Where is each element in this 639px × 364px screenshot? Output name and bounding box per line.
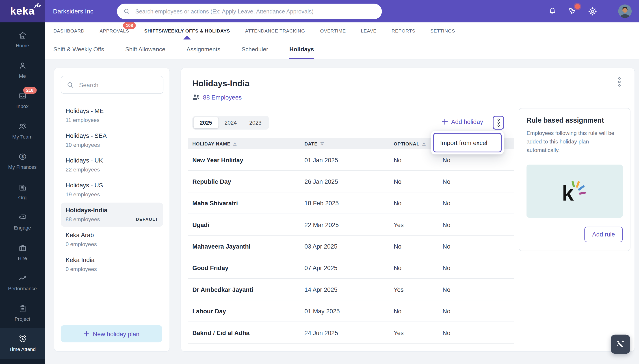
year-tab-2025[interactable]: 2025 — [194, 117, 218, 128]
user-avatar[interactable] — [618, 4, 632, 18]
nav-tab-leave[interactable]: LEAVE — [361, 28, 376, 33]
sort-asc-icon: △ — [422, 142, 426, 146]
assistant-fab[interactable] — [611, 335, 630, 354]
new-holiday-plan-button[interactable]: New holiday plan — [61, 325, 162, 342]
sidebar: Home Me 218 Inbox My Team $ My Financ — [0, 22, 45, 364]
whats-new-badge — [575, 4, 580, 9]
inbox-icon: 218 — [18, 92, 27, 101]
year-tab-2024[interactable]: 2024 — [218, 117, 243, 128]
sidebar-item-org[interactable]: Org — [0, 176, 45, 206]
subtab-shift-weekly-offs[interactable]: Shift & Weekly Offs — [53, 39, 104, 59]
sidebar-item-label: Me — [19, 73, 26, 79]
subtab-assignments[interactable]: Assignments — [186, 39, 220, 59]
user-icon — [18, 61, 27, 70]
sidebar-item-time-attend[interactable]: Time Attend — [0, 328, 45, 358]
sidebar-item-my-team[interactable]: My Team — [0, 116, 45, 146]
sidebar-item-hire[interactable]: Hire — [0, 237, 45, 267]
subtab-scheduler[interactable]: Scheduler — [242, 39, 268, 59]
plan-options-kebab-icon[interactable] — [618, 77, 621, 87]
company-name: Darksiders Inc — [53, 0, 93, 22]
nav-tab-dashboard[interactable]: DASHBOARD — [53, 28, 84, 33]
sidebar-item-label: Hire — [18, 256, 27, 261]
default-plan-badge: DEFAULT — [136, 217, 158, 222]
add-rule-button[interactable]: Add rule — [584, 226, 623, 242]
plans-search[interactable] — [61, 76, 164, 94]
sidebar-item-project[interactable]: Project — [0, 298, 45, 328]
add-holiday-button[interactable]: Add holiday — [442, 118, 483, 125]
subtab-holidays[interactable]: Holidays — [289, 39, 314, 59]
plan-item-holidays-me[interactable]: Holidays - ME 11 employees — [61, 103, 163, 127]
clipboard-icon — [18, 304, 27, 313]
keka-logo-sparks-icon — [34, 1, 41, 8]
plan-item-holidays-sea[interactable]: Holidays - SEA 10 employees — [61, 128, 163, 152]
search-icon — [123, 8, 130, 15]
sidebar-item-performance[interactable]: Performance — [0, 268, 45, 298]
global-search[interactable] — [117, 4, 382, 19]
nav-tab-shifts-weekly-offs-holidays[interactable]: SHIFTS/WEEKLY OFFS & HOLIDAYS — [144, 28, 230, 33]
plan-item-holidays-us[interactable]: Holidays - US 19 employees — [61, 178, 163, 202]
secondary-nav: Shift & Weekly Offs Shift Allowance Assi… — [45, 39, 639, 60]
nav-tab-approvals[interactable]: APPROVALS108 — [100, 28, 129, 33]
notifications-bell-icon[interactable] — [548, 6, 557, 16]
year-tab-2023[interactable]: 2023 — [243, 117, 268, 128]
employees-link[interactable]: 88 Employees — [192, 94, 242, 101]
svg-text:$: $ — [21, 154, 24, 159]
menu-item-import-from-excel[interactable]: Import from excel — [433, 133, 502, 152]
keka-app: keka Darksiders Inc — [0, 0, 639, 364]
table-row[interactable]: Labour Day 01 May 2025 No No — [188, 300, 514, 322]
sidebar-item-home[interactable]: Home — [0, 24, 45, 55]
sidebar-item-label: Time Attend — [9, 346, 36, 352]
topbar-divider — [608, 6, 608, 16]
table-row[interactable]: Maha Shivaratri 18 Feb 2025 No No — [188, 192, 514, 214]
sidebar-item-label: My Finances — [8, 164, 37, 170]
nav-tab-settings[interactable]: SETTINGS — [430, 28, 455, 33]
table-row[interactable]: Ugadi 22 Mar 2025 Yes No — [188, 214, 514, 236]
holidays-table: HOLIDAY NAME△ DATE▽ OPTIONAL△ New Year H… — [188, 138, 514, 344]
plan-item-holidays-uk[interactable]: Holidays - UK 22 employees — [61, 153, 163, 177]
plus-icon — [84, 331, 89, 336]
column-header-holiday-name[interactable]: HOLIDAY NAME△ — [192, 141, 304, 146]
keka-logo[interactable]: keka — [0, 0, 45, 22]
active-tab-caret-icon — [183, 35, 191, 39]
sidebar-item-label: Performance — [8, 286, 37, 292]
rule-panel-description: Employees following this rule will be ad… — [526, 129, 623, 155]
svg-text:k: k — [562, 181, 574, 203]
global-search-input[interactable] — [134, 8, 376, 15]
topbar: keka Darksiders Inc — [0, 0, 639, 22]
people-icon — [192, 94, 200, 100]
whats-new-rocket-icon[interactable] — [567, 6, 577, 16]
holiday-actions-kebab-button[interactable] — [493, 116, 504, 130]
plan-item-keka-arab[interactable]: Keka Arab 0 employees — [61, 228, 163, 252]
plans-search-input[interactable] — [78, 81, 158, 89]
rule-based-assignment-panel: Rule based assignment Employees followin… — [519, 108, 630, 251]
sidebar-item-me[interactable]: Me — [0, 55, 45, 85]
table-row[interactable]: Republic Day 26 Jan 2025 No No — [188, 171, 514, 192]
sidebar-item-label: Engage — [14, 225, 31, 231]
team-icon — [18, 122, 27, 131]
briefcase-icon — [18, 243, 27, 252]
active-subtab-underline — [289, 58, 314, 59]
engage-chat-icon — [18, 213, 27, 222]
finances-icon: $ — [18, 152, 27, 162]
plus-icon — [442, 118, 448, 124]
plan-item-holidays-india[interactable]: Holidays-India 88 employees DEFAULT — [61, 202, 163, 226]
nav-tab-reports[interactable]: REPORTS — [392, 28, 415, 33]
settings-gear-icon[interactable] — [588, 6, 598, 16]
trend-icon — [18, 274, 27, 283]
plan-item-keka-india[interactable]: Keka India 0 employees — [61, 252, 163, 276]
subtab-shift-allowance[interactable]: Shift Allowance — [125, 39, 166, 59]
page-title: Holidays-India — [192, 79, 250, 88]
sidebar-item-engage[interactable]: Engage — [0, 207, 45, 237]
table-row[interactable]: Bakrid / Eid al Adha 24 Jun 2025 Yes No — [188, 322, 514, 344]
sidebar-item-inbox[interactable]: 218 Inbox — [0, 85, 45, 116]
nav-tab-overtime[interactable]: OVERTIME — [320, 28, 346, 33]
sidebar-item-label: My Team — [12, 134, 32, 140]
table-row[interactable]: Mahaveera Jayanthi 03 Apr 2025 No No — [188, 236, 514, 257]
inbox-count-badge: 218 — [23, 87, 37, 94]
column-header-date[interactable]: DATE▽ — [304, 141, 394, 146]
nav-tab-attendance-tracking[interactable]: ATTENDANCE TRACKING — [245, 28, 305, 33]
table-row[interactable]: Good Friday 07 Apr 2025 No No — [188, 257, 514, 278]
table-row[interactable]: Dr Ambedkar Jayanti 14 Apr 2025 Yes No — [188, 279, 514, 300]
sort-desc-icon: ▽ — [320, 142, 324, 146]
sidebar-item-my-finances[interactable]: $ My Finances — [0, 146, 45, 176]
